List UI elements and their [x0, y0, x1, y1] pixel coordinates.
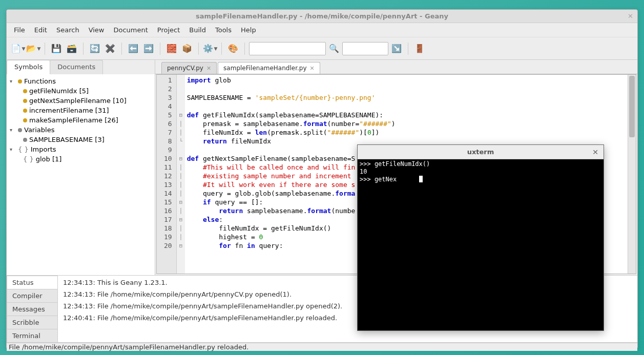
run-button[interactable]: ⚙️▼: [203, 41, 217, 56]
statusbar: File /home/mike/compile/pennyArt/sampleF…: [7, 343, 637, 351]
open-file-button[interactable]: 📂▼: [26, 41, 40, 56]
goto-line-field[interactable]: [342, 42, 388, 55]
symbols-list[interactable]: ▾Functions getFileNumIdx [5] getNextSamp…: [7, 74, 155, 275]
goto-line-button[interactable]: ↘️: [389, 41, 404, 56]
line-gutter: 1234567891011121314151617181920: [157, 75, 177, 274]
color-chooser-button[interactable]: 🎨: [226, 41, 240, 56]
label: Variables: [24, 126, 54, 134]
symbol-variable[interactable]: SAMPLEBASENAME [3]: [7, 135, 155, 144]
tree-section-functions[interactable]: ▾Functions: [7, 76, 155, 86]
label: Functions: [24, 77, 56, 85]
msgtab-terminal[interactable]: Terminal: [7, 329, 58, 343]
menu-file[interactable]: File: [10, 24, 29, 36]
toolbar: 📄▼ 📂▼ 💾 🗃️ 🔄 ✖️ ⬅️ ➡️ 🧱 📦 ⚙️▼ 🎨 🔍 ↘️ 🚪: [7, 37, 637, 60]
menu-tools[interactable]: Tools: [211, 24, 236, 36]
close-icon[interactable]: ✕: [592, 148, 598, 156]
menu-search[interactable]: Search: [52, 24, 84, 36]
tree-section-imports[interactable]: ▾{ }Imports: [7, 144, 155, 154]
uxterm-window[interactable]: uxterm ✕ >>> getFileNumIdx() 10 >>> getN…: [357, 144, 604, 331]
close-tab-icon[interactable]: ✕: [310, 65, 315, 72]
label: Imports: [31, 145, 56, 153]
nav-back-button[interactable]: ⬅️: [126, 41, 140, 56]
msgtab-scribble[interactable]: Scribble: [7, 316, 58, 329]
uxterm-title: uxterm: [467, 148, 494, 156]
quit-button[interactable]: 🚪: [412, 41, 427, 56]
search-field[interactable]: [249, 42, 326, 55]
menu-edit[interactable]: Edit: [30, 24, 51, 36]
side-panel: Symbols Documents ▾Functions getFileNumI…: [7, 60, 155, 275]
msgtab-status[interactable]: Status: [7, 276, 58, 289]
separator: [244, 43, 245, 55]
titlebar: sampleFilenameHandler.py - /home/mike/co…: [7, 10, 637, 23]
side-tabs: Symbols Documents: [7, 60, 155, 74]
close-tab-icon[interactable]: ✕: [206, 65, 211, 72]
symbol-function[interactable]: makeSampleFilename [26]: [7, 115, 155, 125]
tab-documents[interactable]: Documents: [50, 60, 103, 74]
new-file-button[interactable]: 📄▼: [11, 41, 25, 56]
tab-samplefilenamehandler[interactable]: sampleFilenameHandler.py✕: [218, 62, 320, 74]
menu-help[interactable]: Help: [237, 24, 260, 36]
separator: [408, 43, 408, 55]
separator: [83, 43, 84, 55]
search-button[interactable]: 🔍: [327, 41, 341, 56]
separator: [198, 43, 199, 55]
msgtab-messages[interactable]: Messages: [7, 302, 58, 316]
msgtab-compiler[interactable]: Compiler: [7, 289, 58, 303]
window-title: sampleFilenameHandler.py - /home/mike/co…: [196, 12, 448, 20]
separator: [45, 43, 45, 55]
save-button[interactable]: 💾: [49, 41, 64, 56]
menu-document[interactable]: Document: [109, 24, 152, 36]
separator: [121, 43, 122, 55]
message-tabs: Status Compiler Messages Scribble Termin…: [7, 276, 58, 342]
save-all-button[interactable]: 🗃️: [65, 41, 79, 56]
cursor-icon: [419, 176, 423, 182]
tab-pennycv[interactable]: pennyCV.py✕: [161, 62, 217, 74]
tab-symbols[interactable]: Symbols: [7, 60, 50, 74]
symbol-function[interactable]: getFileNumIdx [5]: [7, 86, 155, 96]
fold-column[interactable]: ⊟││└⊟││││⊟│⊟││⊟: [177, 75, 185, 274]
close-icon[interactable]: ✕: [628, 12, 633, 20]
close-file-button[interactable]: ✖️: [103, 41, 117, 56]
scrollbar-thumb[interactable]: [629, 76, 635, 137]
status-text: File /home/mike/compile/pennyArt/sampleF…: [9, 343, 248, 351]
editor-scrollbar[interactable]: [628, 75, 636, 274]
uxterm-body[interactable]: >>> getFileNumIdx() 10 >>> getNex: [358, 159, 604, 330]
symbol-function[interactable]: getNextSampleFilename [10]: [7, 96, 155, 106]
menu-view[interactable]: View: [85, 24, 109, 36]
symbol-function[interactable]: incrementFilename [31]: [7, 106, 155, 115]
separator: [160, 43, 160, 55]
menubar: File Edit Search View Document Project B…: [7, 23, 637, 37]
separator: [221, 43, 222, 55]
menu-project[interactable]: Project: [153, 24, 184, 36]
compile-button[interactable]: 🧱: [164, 41, 179, 56]
tree-section-variables[interactable]: ▾Variables: [7, 125, 155, 135]
menu-build[interactable]: Build: [185, 24, 210, 36]
build-button[interactable]: 📦: [180, 41, 194, 56]
reload-button[interactable]: 🔄: [88, 41, 102, 56]
nav-forward-button[interactable]: ➡️: [141, 41, 156, 56]
uxterm-titlebar[interactable]: uxterm ✕: [358, 145, 604, 159]
symbol-import[interactable]: { }glob [1]: [7, 154, 155, 164]
editor-tabs: pennyCV.py✕ sampleFilenameHandler.py✕: [155, 60, 637, 74]
